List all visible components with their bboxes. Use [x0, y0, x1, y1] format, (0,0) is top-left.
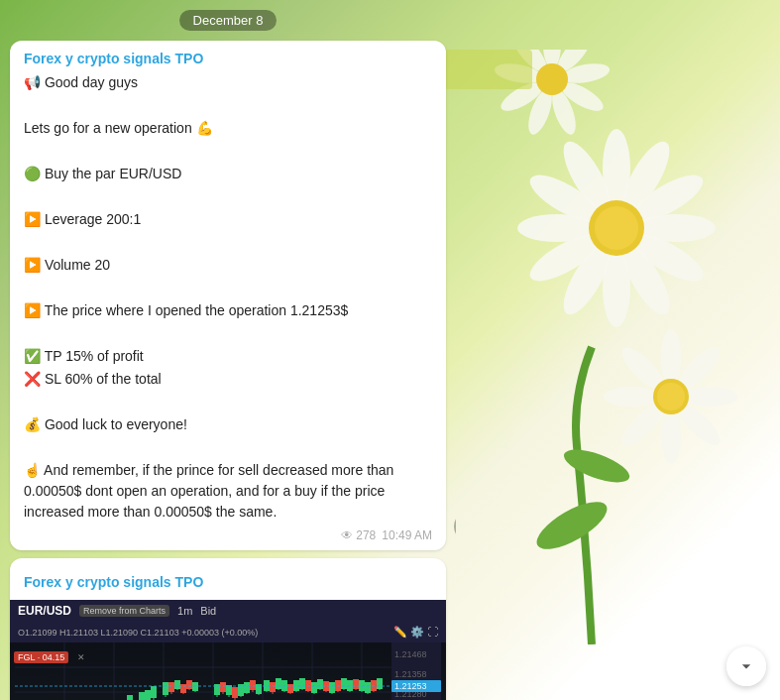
message-bubble-1: Forex y crypto signals TPO 📢 Good day gu… — [10, 41, 446, 550]
line-8 — [24, 232, 432, 253]
chart-ohlc: O1.21099 H1.21103 L1.21090 C1.21103 +0.0… — [18, 628, 258, 638]
svg-rect-126 — [281, 680, 287, 691]
svg-rect-130 — [293, 680, 299, 691]
svg-text:1.21358: 1.21358 — [394, 669, 427, 679]
line-12 — [24, 323, 432, 344]
views-1: 👁 278 — [341, 528, 376, 542]
time-1: 10:49 AM — [382, 528, 432, 542]
line-2 — [24, 95, 432, 116]
chat-container: December 8 Forex y crypto signals TPO 📢 … — [0, 0, 456, 700]
svg-point-16 — [661, 329, 681, 385]
line-10 — [24, 278, 432, 298]
svg-rect-96 — [174, 680, 180, 689]
svg-rect-106 — [220, 682, 226, 692]
svg-rect-146 — [341, 678, 347, 689]
svg-rect-124 — [276, 678, 281, 689]
svg-rect-116 — [250, 680, 256, 690]
svg-rect-144 — [335, 680, 341, 691]
svg-rect-156 — [371, 680, 377, 691]
svg-rect-108 — [226, 685, 232, 695]
svg-rect-98 — [180, 684, 186, 693]
svg-rect-102 — [192, 682, 198, 691]
svg-rect-100 — [186, 680, 192, 689]
svg-rect-86 — [139, 692, 145, 700]
line-5: 🟢 Buy the par EUR/USD — [24, 164, 432, 184]
chart-icon-1[interactable]: ✏️ — [393, 626, 407, 639]
svg-point-20 — [661, 408, 681, 464]
chart-timeframe: 1m — [177, 605, 192, 617]
svg-rect-142 — [329, 682, 335, 693]
svg-rect-132 — [299, 678, 305, 689]
sender-2: Forex y crypto signals TPO — [10, 566, 446, 594]
message-bubble-2: Forex y crypto signals TPO EUR/USD Remov… — [10, 558, 446, 700]
line-4 — [24, 141, 432, 162]
chart-image: EUR/USD Remove from Charts 1m Bid O1.210… — [10, 600, 446, 700]
forward-button-1[interactable] — [454, 511, 456, 542]
svg-point-18 — [683, 387, 738, 407]
svg-point-1 — [560, 443, 633, 489]
flower-decoration — [433, 50, 750, 644]
line-9: ▶️ Volume 20 — [24, 255, 432, 276]
svg-rect-138 — [317, 679, 323, 689]
indicator-tag: FGL · 04.15 — [14, 651, 68, 663]
line-6 — [24, 186, 432, 207]
svg-rect-88 — [145, 690, 151, 700]
date-badge: December 8 — [10, 10, 446, 31]
line-15 — [24, 392, 432, 412]
svg-rect-90 — [151, 686, 157, 698]
svg-point-22 — [604, 387, 659, 407]
svg-rect-134 — [305, 680, 311, 691]
indicator-close[interactable]: ✕ — [77, 652, 85, 662]
chart-toolbar: ✏️ ⚙️ ⛶ — [393, 626, 438, 639]
remove-chart-btn[interactable]: Remove from Charts — [79, 605, 169, 617]
svg-rect-118 — [256, 684, 262, 694]
svg-text:1.21253: 1.21253 — [394, 681, 427, 691]
svg-rect-148 — [347, 680, 353, 691]
line-1: 📢 Good day guys — [24, 72, 432, 93]
line-13: ✅ TP 15% of profit — [24, 346, 432, 367]
eye-icon-1: 👁 — [341, 528, 353, 542]
line-7: ▶️ Leverage 200:1 — [24, 209, 432, 230]
message-footer-1: 👁 278 10:49 AM — [24, 528, 432, 542]
scroll-to-bottom-button[interactable] — [726, 646, 766, 686]
line-3: Lets go for a new operation 💪 — [24, 118, 432, 139]
svg-rect-128 — [287, 684, 293, 693]
sender-1: Forex y crypto signals TPO — [24, 51, 432, 66]
svg-rect-82 — [127, 695, 133, 700]
svg-point-0 — [530, 493, 613, 558]
line-17 — [24, 437, 432, 458]
svg-rect-152 — [359, 680, 365, 691]
svg-rect-122 — [270, 682, 276, 692]
chart-header: EUR/USD Remove from Charts 1m Bid O1.210… — [10, 600, 446, 642]
svg-rect-158 — [377, 678, 383, 689]
line-14: ❌ SL 60% of the total — [24, 369, 432, 390]
svg-rect-150 — [353, 679, 359, 689]
chart-body: FGL · 04.15 ✕ — [10, 642, 446, 700]
svg-text:1.21468: 1.21468 — [394, 649, 427, 659]
chart-fullscreen-icon[interactable]: ⛶ — [427, 626, 438, 639]
svg-rect-110 — [232, 687, 238, 698]
svg-rect-136 — [311, 682, 317, 693]
chart-indicator-label: FGL · 04.15 ✕ — [14, 646, 85, 664]
line-18: ☝️ And remember, if the prince for sell … — [24, 460, 432, 523]
svg-point-35 — [536, 63, 568, 95]
svg-rect-94 — [168, 682, 174, 692]
message-text-1: 📢 Good day guys Lets go for a new operat… — [24, 72, 432, 523]
svg-rect-92 — [163, 682, 168, 695]
chart-icon-2[interactable]: ⚙️ — [410, 626, 424, 639]
chart-pair: EUR/USD — [18, 604, 71, 618]
svg-rect-114 — [244, 682, 250, 693]
svg-rect-120 — [264, 680, 270, 691]
svg-rect-154 — [365, 682, 371, 693]
svg-point-15 — [595, 206, 638, 250]
line-16: 💰 Good luck to everyone! — [24, 414, 432, 435]
svg-point-25 — [657, 383, 685, 410]
line-11: ▶️ The price where I opened the operatio… — [24, 300, 432, 321]
chart-bid-label: Bid — [200, 605, 216, 617]
